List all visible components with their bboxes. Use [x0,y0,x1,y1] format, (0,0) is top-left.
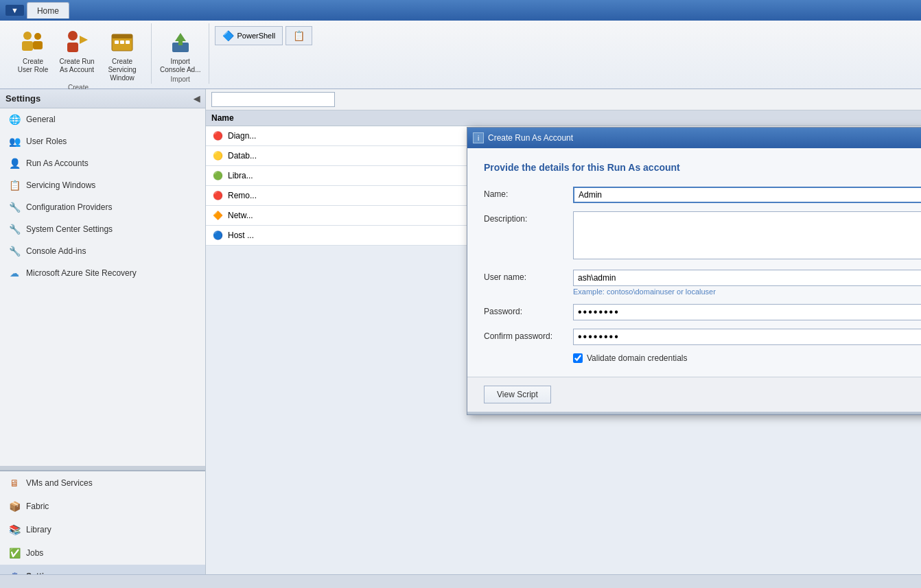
sidebar-collapse-button[interactable]: ◀ [194,94,200,104]
form-row-password: Password: [484,304,921,320]
import-label: ImportConsole Ad... [160,58,200,74]
sidebar-vms-services[interactable]: 🖥 VMs and Services [0,471,205,495]
import-icon [167,29,194,56]
form-row-description: Description: [484,211,921,261]
sidebar-item-user-roles[interactable]: 👥 User Roles [0,130,205,152]
sidebar-fabric[interactable]: 📦 Fabric [0,495,205,518]
view-script-button[interactable]: View Script [484,386,551,403]
sidebar-servicing-windows-label: Servicing Windows [26,180,95,190]
form-row-confirm-password: Confirm password: [484,329,921,345]
sidebar-library[interactable]: 📚 Library [0,518,205,541]
sidebar-system-center-label: System Center Settings [26,224,113,234]
row-icon-remo: 🔴 [211,189,224,202]
name-input[interactable] [573,187,921,203]
svg-rect-8 [112,34,132,38]
sidebar-item-azure-recovery[interactable]: ☁ Microsoft Azure Site Recovery [0,262,205,284]
ribbon: CreateUser Role Create RunAs Account [0,21,921,89]
create-run-as-icon [63,29,91,56]
sidebar-general-label: General [26,115,56,124]
create-run-as-label: Create RunAs Account [59,58,94,74]
sidebar-item-run-as-accounts[interactable]: 👤 Run As Accounts [0,152,205,174]
row-label-diag: Diagn... [228,131,256,141]
confirm-password-input[interactable] [573,329,921,345]
sidebar-user-roles-label: User Roles [26,137,67,146]
sidebar-item-system-center-settings[interactable]: 🔧 System Center Settings [0,218,205,240]
svg-rect-10 [120,40,124,44]
dialog-footer: View Script Finish Cancel [467,377,921,412]
svg-rect-2 [34,33,41,40]
row-label-netw: Netw... [228,211,253,220]
config-providers-icon: 🔧 [8,201,21,213]
sidebar-jobs[interactable]: ✅ Jobs [0,541,205,565]
sidebar-header: Settings ◀ [0,89,205,108]
row-icon-diag: 🔴 [211,130,224,142]
svg-rect-1 [22,41,33,51]
row-label-remo: Remo... [228,191,257,200]
username-input[interactable] [573,270,921,286]
sidebar-navigation: 🌐 General 👥 User Roles 👤 Run As Accounts… [0,108,205,466]
sidebar-run-as-accounts-label: Run As Accounts [26,158,89,168]
console-add-ins-icon: 🔧 [8,245,21,257]
powershell-icon: 🔷 [222,30,234,41]
app-menu-button[interactable]: ▼ [5,5,24,16]
content-header [206,89,921,110]
sidebar-config-providers-label: Configuration Providers [26,202,112,212]
svg-point-4 [68,31,78,40]
password-control [573,304,921,320]
fabric-icon: 📦 [8,500,21,513]
user-roles-icon: 👥 [8,135,21,148]
powershell-tab-button[interactable]: 🔷 PowerShell [215,26,283,45]
table-header: Name [206,110,921,126]
extra-tab-button[interactable]: 📋 [285,26,312,45]
svg-rect-11 [126,40,130,44]
description-textarea[interactable] [573,211,921,259]
search-input[interactable] [211,92,335,107]
sidebar-item-configuration-providers[interactable]: 🔧 Configuration Providers [0,196,205,218]
row-label-host: Host ... [228,231,254,240]
sidebar-item-console-add-ins[interactable]: 🔧 Console Add-ins [0,240,205,262]
row-icon-datab: 🟡 [211,150,224,162]
sidebar-item-servicing-windows[interactable]: 📋 Servicing Windows [0,174,205,196]
create-servicing-window-button[interactable]: Create ServicingWindow [102,29,143,82]
dialog-body: Provide the details for this Run As acco… [467,148,921,377]
row-label-libra: Libra... [228,171,253,180]
sidebar-bottom: 🖥 VMs and Services 📦 Fabric 📚 Library ✅ … [0,470,205,588]
sidebar-item-general[interactable]: 🌐 General [0,108,205,130]
home-tab[interactable]: Home [27,2,69,19]
ribbon-group-import: ImportConsole Ad... Import [152,23,209,84]
password-input[interactable] [573,304,921,320]
svg-rect-14 [178,37,183,45]
ribbon-group-create: CreateUser Role Create RunAs Account [5,23,152,84]
description-label: Description: [484,211,573,224]
library-label: Library [26,525,51,534]
form-row-username: User name: Example: contoso\domainuser o… [484,270,921,296]
run-as-accounts-icon: 👤 [8,157,21,169]
dialog-title-text: Create Run As Account [488,133,921,143]
servicing-windows-icon: 📋 [8,179,21,191]
username-control: Example: contoso\domainuser or localuser [573,270,921,296]
row-icon-netw: 🔶 [211,209,224,222]
row-icon-libra: 🟢 [211,169,224,182]
create-servicing-window-label: Create ServicingWindow [102,58,143,82]
sidebar-console-add-ins-label: Console Add-ins [26,246,86,256]
powershell-label: PowerShell [237,32,275,40]
username-hint: Example: contoso\domainuser or localuser [573,287,921,296]
create-run-as-account-button[interactable]: Create RunAs Account [58,29,96,74]
status-bar [0,574,921,588]
validate-label[interactable]: Validate domain credentials [587,353,688,363]
extra-tab-icon: 📋 [293,30,305,41]
import-console-add-in-button[interactable]: ImportConsole Ad... [160,29,200,74]
password-label: Password: [484,304,573,316]
dialog-titlebar: i Create Run As Account ✕ [467,128,921,148]
validate-checkbox[interactable] [573,353,583,363]
create-run-as-dialog: i Create Run As Account ✕ Provide the de… [467,127,921,415]
sidebar-title: Settings [5,93,40,104]
title-bar: ▼ Home [0,0,921,21]
create-servicing-icon [108,29,136,56]
dialog-heading: Provide the details for this Run As acco… [484,162,921,173]
form-row-name: Name: [484,187,921,203]
ribbon-import-group-label: Import [171,74,190,83]
name-control [573,187,921,203]
create-user-role-button[interactable]: CreateUser Role [14,29,52,74]
create-user-role-icon [19,29,47,56]
